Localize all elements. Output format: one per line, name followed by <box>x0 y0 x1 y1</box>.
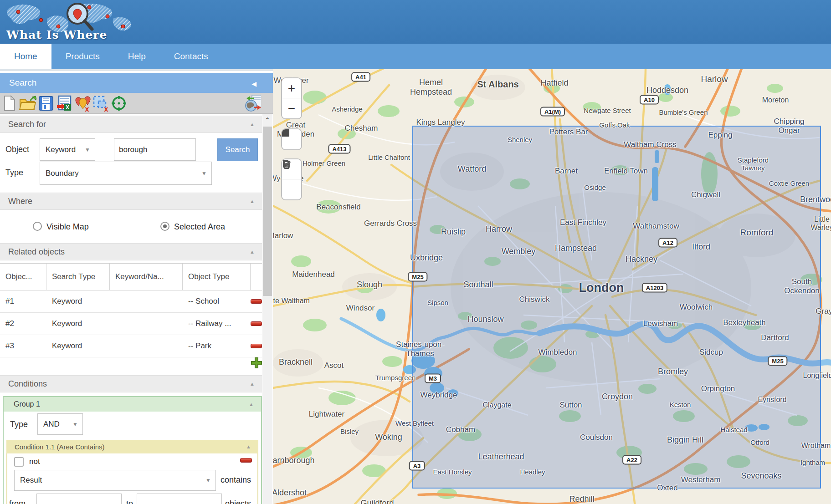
section-where-title: Where <box>8 197 32 206</box>
type-value: Boundary <box>46 169 79 178</box>
collapse-group-icon[interactable]: ▲ <box>249 402 254 407</box>
section-conditions-title: Conditions <box>8 379 47 389</box>
type-label: Type <box>5 168 23 178</box>
remove-row-icon[interactable] <box>251 299 262 304</box>
panel-scrollbar[interactable]: ⌃ <box>262 114 272 504</box>
chevron-down-icon: ▼ <box>201 170 207 177</box>
col-actions <box>251 264 262 290</box>
not-label: not <box>29 457 40 466</box>
draw-rectangle-button[interactable] <box>282 129 301 149</box>
type-select[interactable]: Boundary ▼ <box>40 162 212 185</box>
map-canvas[interactable]: WendoverHemel HempsteadSt AlbansHatfield… <box>273 69 831 504</box>
remove-row-icon[interactable] <box>251 321 262 326</box>
draw-rectangle-control <box>281 128 302 150</box>
open-search-icon[interactable] <box>19 94 36 112</box>
to-input[interactable] <box>137 494 222 504</box>
keyword-input[interactable] <box>114 138 196 161</box>
scroll-up-icon[interactable]: ⌃ <box>262 114 272 126</box>
zoom-in-button[interactable]: + <box>282 78 301 98</box>
condition-body: not Result ▼ contains from to objects <box>6 453 258 504</box>
nav-item-contacts[interactable]: Contacts <box>160 44 222 69</box>
scrollbar-thumb[interactable] <box>263 127 272 296</box>
to-label: to <box>126 499 133 504</box>
object-type-value: Keyword <box>46 145 76 154</box>
selected-area-rectangle[interactable] <box>412 126 821 489</box>
edit-delete-control <box>281 158 302 200</box>
condition-subject-select[interactable]: Result ▼ <box>14 470 216 491</box>
svg-text:x: x <box>85 105 89 112</box>
col-object: Objec... <box>0 264 46 290</box>
table-row[interactable]: #2 Keyword -- Railway ... <box>0 313 262 335</box>
section-related-objects[interactable]: Related objects ▲ <box>0 243 262 260</box>
collapse-section-icon[interactable]: ▲ <box>250 249 255 255</box>
condition-group-box: Group 1 ▲ Type AND ▼ Condition 1.1 (Area… <box>3 396 262 504</box>
search-panel-title: Search <box>9 78 36 88</box>
related-table-header: Objec... Search Type Keyword/Na... Objec… <box>0 263 262 290</box>
nav-item-home[interactable]: Home <box>0 44 51 69</box>
collapse-section-icon[interactable]: ▲ <box>250 381 255 387</box>
object-label: Object <box>5 145 29 154</box>
remove-condition-icon[interactable] <box>240 458 252 463</box>
save-search-icon[interactable] <box>37 94 55 112</box>
collapse-section-icon[interactable]: ▲ <box>250 122 255 127</box>
locate-target-icon[interactable] <box>110 94 128 112</box>
not-checkbox[interactable] <box>14 457 24 467</box>
clear-markers-icon[interactable]: x <box>74 94 91 112</box>
zoom-out-button[interactable]: − <box>282 98 301 118</box>
add-row-icon[interactable] <box>251 357 262 371</box>
condition-title: Condition 1.1 (Area Contains) <box>15 443 105 451</box>
export-excel-icon[interactable]: X <box>56 94 73 112</box>
delete-layers-button[interactable] <box>282 179 301 199</box>
collapse-panel-icon[interactable]: ◀ <box>251 80 256 87</box>
section-related-objects-title: Related objects <box>8 247 65 257</box>
table-row[interactable]: #3 Keyword -- Park <box>0 335 262 357</box>
branding-bar: What Is Where <box>0 0 831 44</box>
table-row[interactable]: #1 Keyword -- School <box>0 290 262 313</box>
app-title: What Is Where <box>6 28 107 41</box>
section-where[interactable]: Where ▲ <box>0 193 262 210</box>
collapse-section-icon[interactable]: ▲ <box>250 199 255 204</box>
svg-text:x: x <box>104 105 108 112</box>
zoom-control: + − <box>281 77 302 119</box>
contains-label: contains <box>221 475 251 485</box>
remove-row-icon[interactable] <box>251 344 262 348</box>
selected-area-radio[interactable] <box>160 222 169 231</box>
clear-selection-icon[interactable]: x <box>92 94 109 112</box>
group-title: Group 1 <box>14 400 40 408</box>
group-type-select[interactable]: AND ▼ <box>37 413 83 435</box>
search-panel: Search ◀ X x x Search for ▲ Ob <box>0 69 273 504</box>
condition-header[interactable]: Condition 1.1 (Area Contains) ▲ <box>6 440 258 453</box>
sync-globe-icon[interactable] <box>244 94 261 112</box>
section-conditions[interactable]: Conditions ▲ <box>0 375 262 392</box>
objects-label: objects <box>225 499 251 504</box>
main-nav: Home Products Help Contacts <box>0 44 831 69</box>
object-type-select[interactable]: Keyword ▼ <box>40 138 95 161</box>
search-toolbar: X x x <box>0 93 273 114</box>
nav-item-products[interactable]: Products <box>51 44 114 69</box>
visible-map-radio[interactable] <box>33 222 42 231</box>
selected-area-label[interactable]: Selected Area <box>174 222 225 232</box>
col-keyword-name: Keyword/Na... <box>110 264 183 290</box>
col-search-type: Search Type <box>46 264 110 290</box>
chevron-down-icon: ▼ <box>85 147 90 153</box>
col-object-type: Object Type <box>183 264 251 290</box>
new-search-icon[interactable] <box>1 94 18 112</box>
search-panel-header[interactable]: Search ◀ <box>0 73 273 93</box>
section-search-for-title: Search for <box>8 120 46 129</box>
group-type-value: AND <box>43 420 60 429</box>
chevron-down-icon: ▼ <box>205 477 211 484</box>
group-type-label: Type <box>10 420 28 429</box>
visible-map-label[interactable]: Visible Map <box>46 222 89 232</box>
condition-subject-value: Result <box>20 476 42 485</box>
search-button[interactable]: Search <box>217 138 258 161</box>
section-search-for[interactable]: Search for ▲ <box>0 116 262 133</box>
collapse-condition-icon[interactable]: ▲ <box>246 444 251 449</box>
from-input[interactable] <box>36 494 122 504</box>
from-label: from <box>9 499 26 504</box>
group-header[interactable]: Group 1 ▲ <box>4 397 261 412</box>
chevron-down-icon: ▼ <box>72 421 78 428</box>
nav-item-help[interactable]: Help <box>114 44 160 69</box>
svg-text:X: X <box>66 104 69 111</box>
related-objects-table: Objec... Search Type Keyword/Na... Objec… <box>0 263 262 357</box>
